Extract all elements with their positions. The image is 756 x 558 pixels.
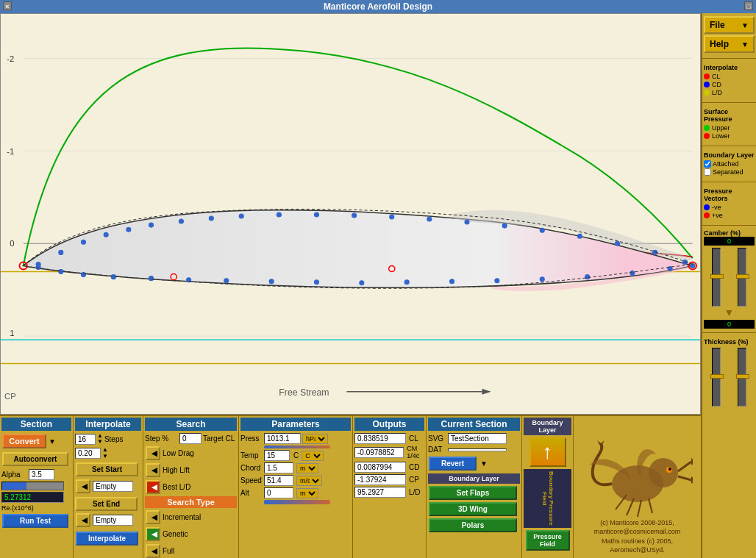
- svg-point-24: [352, 213, 357, 218]
- cd-output-label: CD: [409, 463, 419, 471]
- alt-unit-select[interactable]: m.: [296, 488, 318, 498]
- svg-text:-1: -1: [7, 147, 14, 156]
- convert-button[interactable]: Convert: [2, 434, 46, 448]
- interpolate-sub-panel: Interpolate ▲ ▼ Steps ▲ ▼: [74, 416, 143, 558]
- polars-button[interactable]: Polars: [429, 518, 517, 532]
- creature-image: [582, 436, 693, 517]
- chord-label: Chord: [240, 464, 263, 472]
- camber-slider-right[interactable]: [738, 248, 746, 307]
- arrow-left2-button[interactable]: ◀: [76, 513, 90, 527]
- neg-ve-dot: [704, 204, 710, 210]
- press-input[interactable]: [264, 433, 301, 444]
- camber-bottom-value: 0: [704, 320, 755, 329]
- current-section-panel: Current Section SVG DAT Revert ▼ Boundar: [427, 416, 522, 558]
- steps-spinner[interactable]: ▲ ▼: [97, 433, 103, 445]
- arrow-genetic[interactable]: ◀: [146, 527, 160, 541]
- svg-point-38: [149, 276, 153, 281]
- pos-ve-label: +ve: [712, 212, 723, 219]
- graph-canvas[interactable]: -2 -1 0 1 CP: [0, 13, 701, 415]
- cm-output-label: CM 1/4c: [407, 446, 424, 460]
- step-pct-spinner[interactable]: ▲ ▼: [102, 446, 108, 459]
- search-title: Search: [145, 418, 237, 431]
- arrow-high-lift[interactable]: ◀: [146, 463, 160, 477]
- svg-point-29: [540, 228, 544, 232]
- bottom-controls: Section Convert ▼ Autoconvert Alpha: [0, 415, 701, 558]
- run-test-button[interactable]: Run Test: [2, 514, 68, 528]
- svg-text:1: 1: [10, 329, 14, 337]
- help-menu-label: Help: [710, 39, 729, 49]
- close-button[interactable]: ×: [3, 1, 12, 10]
- pos-ve-dot: [704, 212, 710, 218]
- file-menu[interactable]: File ▼: [704, 16, 755, 34]
- search-panel: Search Step % Target CL ◀ Low Drag ◀ Hig…: [143, 416, 239, 558]
- revert-dropdown-icon[interactable]: ▼: [480, 459, 488, 468]
- svg-text:Free Stream: Free Stream: [279, 387, 329, 398]
- low-drag-label: Low Drag: [163, 449, 194, 457]
- chord-unit-select[interactable]: m.: [296, 463, 318, 473]
- svg-point-26: [427, 217, 432, 221]
- interpolate-legend-label: Interpolate: [704, 64, 755, 71]
- maximize-button[interactable]: □: [744, 1, 753, 10]
- set-end-button[interactable]: Set End: [75, 497, 138, 511]
- svg-point-47: [540, 277, 544, 282]
- step-pct-input[interactable]: [75, 448, 101, 459]
- svg-point-35: [59, 270, 63, 274]
- arrow-best-ld[interactable]: ◀: [146, 480, 160, 494]
- interpolate-title: Interpolate: [75, 418, 141, 431]
- step-pct-search-input[interactable]: [179, 433, 202, 444]
- svg-point-40: [224, 279, 229, 283]
- set-flaps-button[interactable]: Set Flaps: [429, 486, 517, 500]
- svg-point-16: [104, 232, 108, 237]
- interpolate-button[interactable]: Interpolate: [76, 532, 138, 546]
- arrow-left-button[interactable]: ◀: [76, 479, 90, 493]
- chord-input[interactable]: [264, 462, 293, 473]
- full-label: Full: [163, 547, 174, 555]
- temp-input[interactable]: [264, 450, 290, 461]
- scroll-down-icon[interactable]: ▼: [704, 307, 755, 318]
- steps-input[interactable]: [75, 434, 96, 445]
- upper-legend-label: Upper: [712, 124, 730, 132]
- attached-checkbox[interactable]: [704, 160, 711, 168]
- arrow-full[interactable]: ◀: [146, 544, 160, 558]
- thickness-slider-right[interactable]: [738, 348, 746, 407]
- svg-point-15: [81, 240, 85, 244]
- svg-name-input[interactable]: [448, 433, 507, 444]
- alpha-input[interactable]: [29, 469, 54, 480]
- 3d-wing-button[interactable]: 3D Wing: [429, 502, 517, 516]
- surface-pressure-legend: Surface Pressure Upper Lower: [702, 105, 756, 143]
- svg-point-41: [269, 279, 274, 284]
- parameters-panel: Parameters Press hPa Temp: [239, 416, 353, 558]
- thickness-slider-left[interactable]: [712, 348, 721, 407]
- neg-ve-label: -ve: [712, 204, 721, 211]
- svg-point-28: [502, 223, 507, 228]
- file-dropdown-icon: ▼: [741, 21, 749, 29]
- cp-output: -1.37924: [354, 474, 406, 485]
- boundary-layer-up-button[interactable]: ↑: [529, 437, 566, 467]
- image-section: (c) Manticore 2008-2015, manticore@cosmi…: [574, 416, 701, 558]
- help-dropdown-icon: ▼: [741, 40, 749, 49]
- svg-point-42: [314, 280, 318, 285]
- svg-text:0: 0: [10, 239, 14, 248]
- revert-button[interactable]: Revert: [429, 457, 477, 471]
- speed-unit-select[interactable]: m/s: [296, 476, 322, 486]
- target-cl-label: Target CL: [203, 434, 235, 443]
- press-unit-select[interactable]: hPa: [302, 434, 328, 444]
- convert-dropdown-icon[interactable]: ▼: [49, 437, 56, 446]
- svg-point-63: [668, 468, 671, 471]
- set-start-button[interactable]: Set Start: [76, 462, 138, 476]
- cd-output: 0.0087994: [354, 462, 406, 473]
- svg-point-37: [111, 275, 115, 279]
- pressure-field-button[interactable]: Pressure Field: [526, 530, 570, 551]
- arrow-low-drag[interactable]: ◀: [146, 446, 160, 460]
- temp-unit-select[interactable]: C: [302, 451, 324, 461]
- alt-input[interactable]: [264, 487, 293, 498]
- help-menu[interactable]: Help ▼: [704, 35, 755, 53]
- title-bar: × Manticore Aerofoil Design □: [0, 0, 756, 13]
- separated-checkbox[interactable]: [704, 168, 711, 176]
- speed-input[interactable]: [264, 475, 293, 486]
- camber-slider-left[interactable]: [712, 248, 721, 307]
- arrow-incremental[interactable]: ◀: [146, 510, 160, 524]
- right-panel: File ▼ Help ▼ Interpolate CL CD L: [701, 13, 756, 558]
- autoconvert-button[interactable]: Autoconvert: [2, 452, 68, 466]
- svg-label: SVG: [428, 434, 446, 443]
